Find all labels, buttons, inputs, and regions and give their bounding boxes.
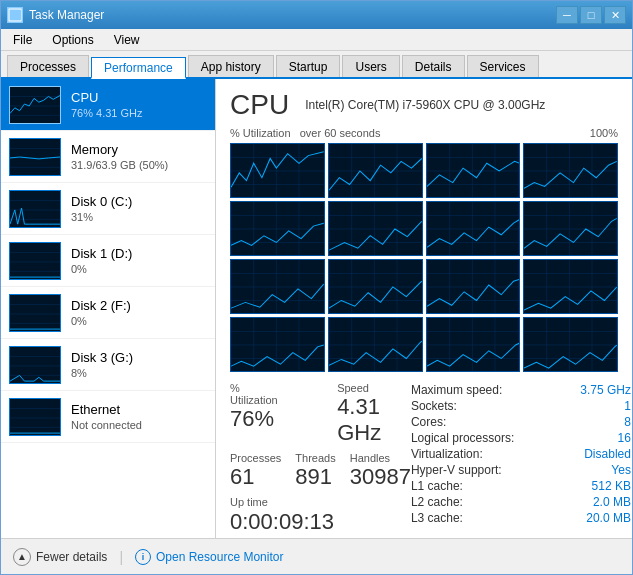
memory-mini-graph (9, 138, 61, 176)
logical-val: 16 (618, 431, 631, 445)
open-resource-monitor-link[interactable]: i Open Resource Monitor (135, 549, 283, 565)
svg-rect-3 (18, 10, 21, 20)
close-button[interactable]: ✕ (604, 6, 626, 24)
max-speed-key: Maximum speed: (411, 383, 502, 397)
chevron-up-icon: ▲ (13, 548, 31, 566)
cpu-item-label: CPU (71, 90, 143, 105)
tab-bar: Processes Performance App history Startu… (1, 51, 632, 79)
svg-rect-1 (10, 14, 13, 20)
threads-stat-label: Threads (295, 452, 335, 464)
ethernet-item-label: Ethernet (71, 402, 142, 417)
menu-options[interactable]: Options (44, 31, 101, 49)
threads-stat-value: 891 (295, 464, 335, 490)
uptime-label: Up time (230, 496, 411, 508)
cpu-graph-4 (230, 201, 325, 256)
tab-processes[interactable]: Processes (7, 55, 89, 77)
tab-users[interactable]: Users (342, 55, 399, 77)
stats-left: % Utilization 76% Speed 4.31 GHz Process… (230, 382, 411, 538)
svg-rect-2 (14, 12, 17, 20)
content-area: CPU 76% 4.31 GHz Memory 31.9/63.9 GB ( (1, 79, 632, 538)
cpu-header: CPU Intel(R) Core(TM) i7-5960X CPU @ 3.0… (230, 89, 618, 121)
handles-stat-value: 30987 (350, 464, 411, 490)
info-row-hyperv: Hyper-V support: Yes (411, 462, 631, 478)
menu-file[interactable]: File (5, 31, 40, 49)
cpu-graph-1 (328, 143, 423, 198)
cores-key: Cores: (411, 415, 446, 429)
threads-stat: Threads 891 (295, 452, 335, 490)
info-row-virtualization: Virtualization: Disabled (411, 446, 631, 462)
cpu-graph-3 (523, 143, 618, 198)
info-row-cores: Cores: 8 (411, 414, 631, 430)
disk1-item-label: Disk 1 (D:) (71, 246, 132, 261)
disk2-mini-graph (9, 294, 61, 332)
tab-apphistory[interactable]: App history (188, 55, 274, 77)
sidebar-item-disk0[interactable]: Disk 0 (C:) 31% (1, 183, 215, 235)
uptime-value: 0:00:09:13 (230, 509, 411, 535)
tab-services[interactable]: Services (467, 55, 539, 77)
disk1-mini-graph (9, 242, 61, 280)
open-resource-monitor-label: Open Resource Monitor (156, 550, 283, 564)
sockets-val: 1 (624, 399, 631, 413)
cpu-graph-10 (426, 259, 521, 314)
utilization-stat-label: % Utilization (230, 382, 278, 406)
info-row-l2: L2 cache: 2.0 MB (411, 494, 631, 510)
disk3-item-sublabel: 8% (71, 367, 133, 379)
cpu-graph-7 (523, 201, 618, 256)
ethernet-item-text: Ethernet Not connected (71, 402, 142, 431)
disk2-item-sublabel: 0% (71, 315, 131, 327)
virtualization-key: Virtualization: (411, 447, 483, 461)
tab-details[interactable]: Details (402, 55, 465, 77)
main-panel: CPU Intel(R) Core(TM) i7-5960X CPU @ 3.0… (216, 79, 632, 538)
processes-stat-value: 61 (230, 464, 281, 490)
hyperv-val: Yes (611, 463, 631, 477)
sidebar-item-memory[interactable]: Memory 31.9/63.9 GB (50%) (1, 131, 215, 183)
sidebar-item-disk1[interactable]: Disk 1 (D:) 0% (1, 235, 215, 287)
tab-performance[interactable]: Performance (91, 57, 186, 79)
l3-key: L3 cache: (411, 511, 463, 525)
cpu-graph-9 (328, 259, 423, 314)
utilization-text: % Utilization over 60 seconds (230, 127, 380, 139)
disk3-mini-graph (9, 346, 61, 384)
sidebar-item-disk3[interactable]: Disk 3 (G:) 8% (1, 339, 215, 391)
handles-stat: Handles 30987 (350, 452, 411, 490)
l2-key: L2 cache: (411, 495, 463, 509)
title-buttons: ─ □ ✕ (556, 6, 626, 24)
info-table: Maximum speed: 3.75 GHz Sockets: 1 Cores… (411, 382, 631, 526)
app-icon (7, 7, 23, 23)
cpu-graph-6 (426, 201, 521, 256)
speed-stat-label: Speed (337, 382, 411, 394)
tab-startup[interactable]: Startup (276, 55, 341, 77)
logical-key: Logical processors: (411, 431, 514, 445)
cpu-graph-12 (230, 317, 325, 372)
disk3-item-text: Disk 3 (G:) 8% (71, 350, 133, 379)
speed-stat: Speed 4.31 GHz (337, 382, 411, 446)
maximize-button[interactable]: □ (580, 6, 602, 24)
disk2-item-label: Disk 2 (F:) (71, 298, 131, 313)
disk2-item-text: Disk 2 (F:) 0% (71, 298, 131, 327)
handles-stat-label: Handles (350, 452, 411, 464)
bottom-bar: ▲ Fewer details | i Open Resource Monito… (1, 538, 632, 574)
percent-100-label: 100% (590, 127, 618, 139)
sidebar-item-cpu[interactable]: CPU 76% 4.31 GHz (1, 79, 215, 131)
l3-val: 20.0 MB (586, 511, 631, 525)
info-row-l1: L1 cache: 512 KB (411, 478, 631, 494)
utilization-label: % Utilization over 60 seconds 100% (230, 127, 618, 139)
sidebar-item-ethernet[interactable]: Ethernet Not connected (1, 391, 215, 443)
sidebar-item-disk2[interactable]: Disk 2 (F:) 0% (1, 287, 215, 339)
utilization-speed-row: % Utilization 76% Speed 4.31 GHz (230, 382, 411, 446)
stats-section: % Utilization 76% Speed 4.31 GHz Process… (230, 382, 618, 538)
info-row-logical: Logical processors: 16 (411, 430, 631, 446)
cpu-subtitle: Intel(R) Core(TM) i7-5960X CPU @ 3.00GHz (305, 98, 545, 112)
speed-stat-value: 4.31 GHz (337, 394, 411, 446)
uptime-block: Up time 0:00:09:13 (230, 496, 411, 535)
bottom-separator: | (119, 549, 123, 565)
fewer-details-button[interactable]: ▲ Fewer details (13, 548, 107, 566)
cpu-graph-13 (328, 317, 423, 372)
menu-view[interactable]: View (106, 31, 148, 49)
minimize-button[interactable]: ─ (556, 6, 578, 24)
memory-item-text: Memory 31.9/63.9 GB (50%) (71, 142, 168, 171)
memory-item-sublabel: 31.9/63.9 GB (50%) (71, 159, 168, 171)
cpu-graph-5 (328, 201, 423, 256)
disk3-item-label: Disk 3 (G:) (71, 350, 133, 365)
disk1-item-text: Disk 1 (D:) 0% (71, 246, 132, 275)
